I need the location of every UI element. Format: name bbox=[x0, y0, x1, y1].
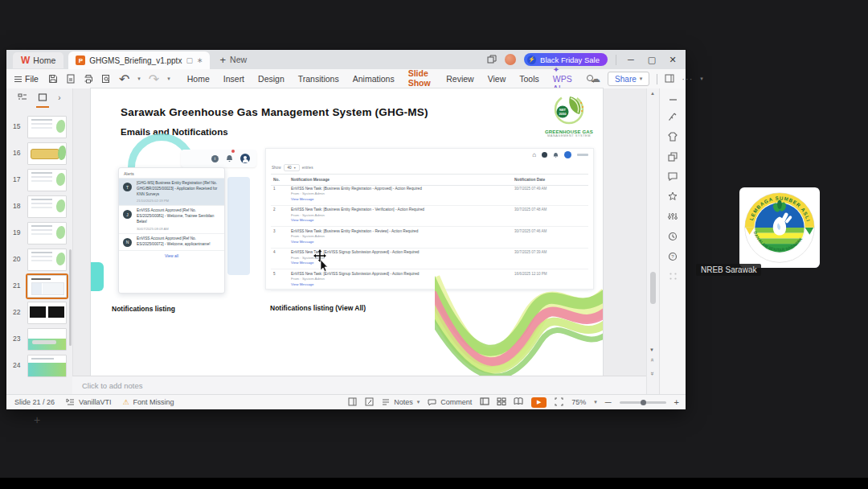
scroll-up-icon[interactable]: ▲ bbox=[650, 91, 655, 96]
font-missing-warning[interactable]: ⚠ Font Missing bbox=[122, 398, 174, 406]
zoom-in-button[interactable]: + bbox=[674, 397, 679, 407]
alerts-dropdown-panel: Alerts T [GHG-MS] Business Entity Regist… bbox=[118, 167, 225, 294]
zoom-slider-knob[interactable] bbox=[641, 400, 646, 405]
ink-icon[interactable] bbox=[365, 397, 374, 408]
slide-view-icon[interactable] bbox=[38, 90, 47, 105]
scrollbar-thumb[interactable] bbox=[650, 272, 656, 304]
more-options-icon[interactable]: ··· bbox=[682, 74, 693, 84]
scroll-down-icon[interactable]: ▼ bbox=[649, 347, 654, 352]
task-window-icon[interactable] bbox=[665, 72, 674, 86]
reading-view-icon[interactable] bbox=[514, 397, 523, 407]
slide-sorter-view-icon[interactable] bbox=[497, 397, 506, 407]
menu-review[interactable]: Review bbox=[445, 72, 474, 86]
ribbon-toolbar: File ↶▾ ↷ ▾ Home Insert Design Transitio… bbox=[6, 69, 686, 89]
caption-notifications-listing-view-all: Notifications listing (View All) bbox=[270, 304, 366, 312]
expand-panel-icon[interactable]: › bbox=[58, 93, 60, 102]
notes-toggle[interactable]: Notes ▾ bbox=[382, 398, 420, 406]
menu-insert[interactable]: Insert bbox=[223, 72, 245, 86]
collapse-ribbon-icon[interactable]: ▾ bbox=[700, 76, 703, 82]
slide-thumbnail-17[interactable]: 17 bbox=[6, 169, 72, 191]
divider bbox=[616, 55, 616, 65]
save-icon[interactable] bbox=[48, 74, 58, 84]
menu-design[interactable]: Design bbox=[257, 72, 285, 86]
export-pdf-icon[interactable] bbox=[66, 74, 76, 84]
previous-slide-button[interactable]: » bbox=[648, 360, 655, 361]
view-message-link[interactable]: View Message bbox=[291, 197, 511, 203]
comment-panel-icon[interactable] bbox=[668, 172, 678, 181]
undo-caret-icon[interactable]: ▾ bbox=[137, 76, 141, 82]
slide-thumbnail-24[interactable]: 24 bbox=[6, 355, 72, 376]
thumbnail-scrollbar[interactable] bbox=[69, 249, 72, 346]
task-pane-icon[interactable] bbox=[348, 397, 357, 408]
theme-flag-icon bbox=[66, 398, 75, 406]
maximize-button[interactable]: ▢ bbox=[645, 55, 658, 65]
slide-thumbnail-21-selected[interactable]: 21 bbox=[6, 275, 72, 297]
info-icon bbox=[542, 152, 547, 158]
slide-thumbnail-19[interactable]: 19 bbox=[6, 222, 72, 244]
close-button[interactable]: ✕ bbox=[666, 55, 679, 65]
theme-indicator[interactable]: VanillaVTI bbox=[66, 398, 111, 406]
view-message-link[interactable]: View Message bbox=[291, 218, 511, 224]
search-icon[interactable] bbox=[587, 75, 591, 83]
participant-name-label: NREB Sarawak bbox=[696, 264, 761, 276]
presentation-file-icon: P bbox=[76, 55, 85, 65]
settings-sliders-icon[interactable] bbox=[668, 212, 678, 221]
slide-thumbnail-18[interactable]: 18 bbox=[6, 195, 72, 217]
slide-thumbnail-20[interactable]: 20 bbox=[6, 249, 72, 270]
zoom-slider[interactable] bbox=[620, 401, 666, 404]
theme-icon[interactable] bbox=[668, 132, 678, 142]
alert-item[interactable]: N EnVISS Account Approved [Ref No. ES/20… bbox=[119, 233, 224, 250]
view-message-link[interactable]: View Message bbox=[291, 240, 511, 245]
fullscreen-icon[interactable] bbox=[555, 397, 563, 408]
slideshow-play-button[interactable]: ▶ bbox=[531, 397, 547, 408]
redo-icon[interactable]: ↷ bbox=[149, 72, 159, 87]
comment-button[interactable]: Comment bbox=[428, 398, 472, 406]
file-menu-button[interactable]: File bbox=[14, 74, 39, 84]
normal-view-icon[interactable] bbox=[480, 397, 489, 407]
ghgms-leaf-icon: NET 2050 bbox=[553, 93, 585, 125]
zoom-out-button[interactable]: ─ bbox=[605, 397, 612, 407]
star-icon[interactable] bbox=[668, 191, 678, 201]
slide-thumbnail-16[interactable]: 16 bbox=[6, 142, 72, 164]
next-slide-button[interactable]: » bbox=[648, 372, 655, 373]
print-preview-icon[interactable] bbox=[101, 74, 111, 84]
decorative-blob bbox=[91, 262, 104, 291]
collapse-sidebar-icon[interactable] bbox=[669, 98, 678, 101]
menu-home[interactable]: Home bbox=[186, 72, 211, 86]
entries-select[interactable]: 40 ▾ bbox=[284, 164, 300, 171]
design-tools-icon[interactable] bbox=[668, 112, 678, 121]
add-slide-button[interactable]: + bbox=[34, 413, 40, 426]
menu-transitions[interactable]: Transitions bbox=[297, 72, 340, 86]
menu-tools[interactable]: Tools bbox=[518, 72, 540, 86]
wps-presentation-window: W Home P GHGMS_Briefing_v1.pptx ▢ ∗ + Ne… bbox=[6, 50, 686, 409]
menu-animations[interactable]: Animations bbox=[352, 72, 395, 86]
zoom-caret-icon[interactable]: ▾ bbox=[594, 399, 597, 405]
slide-thumbnail-22[interactable]: 22 bbox=[6, 302, 72, 323]
alert-item[interactable]: T [GHG-MS] Business Entity Registration … bbox=[119, 178, 224, 205]
history-icon[interactable] bbox=[668, 232, 678, 241]
objects-icon[interactable] bbox=[668, 152, 678, 162]
help-icon[interactable]: ? bbox=[668, 252, 678, 261]
quick-access-caret-icon[interactable]: ▾ bbox=[167, 76, 170, 82]
slide-thumbnail-23[interactable]: 23 bbox=[6, 328, 72, 350]
print-icon[interactable] bbox=[84, 74, 93, 84]
share-button[interactable]: Share ▾ bbox=[608, 72, 649, 86]
canvas-scrollbar[interactable]: ▲ ▼ » » bbox=[646, 88, 660, 394]
svg-text:2050: 2050 bbox=[559, 112, 567, 116]
zoom-level[interactable]: 75% bbox=[571, 398, 586, 406]
slide-canvas[interactable]: Sarawak Greenhouse Gas Management System… bbox=[91, 88, 603, 376]
notes-bar[interactable]: Click to add notes bbox=[72, 376, 646, 395]
undo-icon[interactable]: ↶ bbox=[119, 72, 129, 87]
table-row: 3 EnVISS New Task: [Business Entity Regi… bbox=[271, 227, 588, 249]
outline-view-icon[interactable] bbox=[18, 90, 27, 105]
decorative-strip bbox=[227, 177, 250, 275]
alert-item[interactable]: J EnVISS Account Approved [Ref No. ES/20… bbox=[119, 205, 224, 232]
apps-grid-icon[interactable] bbox=[669, 272, 678, 281]
minimize-button[interactable]: ─ bbox=[624, 55, 637, 64]
view-all-link[interactable]: View all bbox=[119, 250, 224, 261]
menu-view[interactable]: View bbox=[487, 72, 507, 86]
mouse-move-cursor bbox=[313, 249, 330, 272]
home-tab[interactable]: W Home bbox=[13, 52, 63, 68]
notification-badge bbox=[231, 150, 235, 153]
slide-thumbnail-15[interactable]: 15 bbox=[6, 116, 72, 138]
